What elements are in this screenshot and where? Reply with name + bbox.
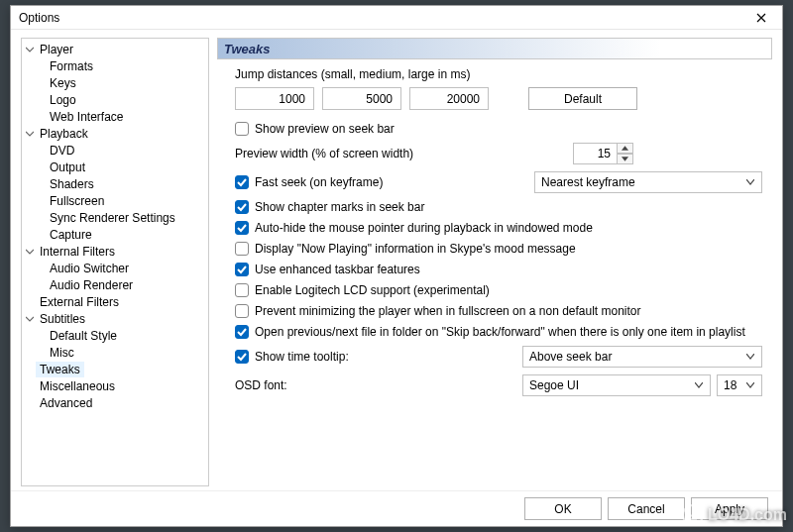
tree-item-external-filters[interactable]: External Filters bbox=[22, 293, 208, 310]
fast-seek-combo[interactable]: Nearest keyframe bbox=[534, 171, 762, 193]
show-preview-checkbox[interactable] bbox=[235, 122, 249, 136]
tree-item-label: Audio Renderer bbox=[46, 277, 137, 293]
preview-width-spinner[interactable] bbox=[573, 143, 633, 164]
taskbar-checkbox[interactable] bbox=[235, 263, 249, 276]
tree-arrow-icon bbox=[24, 397, 36, 409]
tree-item-formats[interactable]: Formats bbox=[22, 57, 208, 74]
open-prev-next-checkbox[interactable] bbox=[235, 325, 249, 339]
osd-font-size-combo[interactable]: 18 bbox=[717, 374, 762, 396]
fast-seek-combo-value: Nearest keyframe bbox=[541, 175, 743, 189]
tree-item-web-interface[interactable]: Web Interface bbox=[22, 108, 208, 125]
time-tooltip-label: Show time tooltip: bbox=[255, 350, 349, 364]
dialog-footer: OK Cancel Apply bbox=[11, 490, 782, 526]
jump-medium-input[interactable] bbox=[322, 87, 401, 110]
jump-large-input[interactable] bbox=[409, 87, 489, 110]
logitech-row[interactable]: Enable Logitech LCD support (experimenta… bbox=[235, 283, 762, 297]
close-icon bbox=[756, 13, 766, 23]
tree-item-advanced[interactable]: Advanced bbox=[22, 394, 208, 411]
chevron-down-icon bbox=[692, 382, 706, 388]
taskbar-row[interactable]: Use enhanced taskbar features bbox=[235, 263, 762, 276]
prevent-min-checkbox[interactable] bbox=[235, 304, 249, 318]
jump-small-input[interactable] bbox=[235, 87, 314, 110]
tree-item-output[interactable]: Output bbox=[22, 159, 208, 175]
tree-item-miscellaneous[interactable]: Miscellaneous bbox=[22, 377, 208, 394]
cancel-button[interactable]: Cancel bbox=[608, 497, 685, 520]
tree-item-label: DVD bbox=[46, 143, 78, 159]
tree-item-label: Miscellaneous bbox=[36, 378, 119, 394]
tree-item-subtitles[interactable]: Subtitles bbox=[22, 310, 208, 327]
apply-button[interactable]: Apply bbox=[691, 497, 768, 520]
dialog-body: PlayerFormatsKeysLogoWeb InterfacePlayba… bbox=[11, 30, 782, 490]
tree-item-label: Sync Renderer Settings bbox=[46, 210, 179, 226]
chevron-down-icon bbox=[743, 179, 757, 185]
tree-item-internal-filters[interactable]: Internal Filters bbox=[22, 243, 208, 260]
tree-arrow-icon bbox=[24, 380, 36, 392]
time-tooltip-chk-row[interactable]: Show time tooltip: bbox=[235, 350, 433, 364]
tree-item-label: Player bbox=[36, 42, 77, 57]
time-tooltip-checkbox[interactable] bbox=[235, 350, 249, 364]
chapter-marks-checkbox[interactable] bbox=[235, 200, 249, 214]
tree-item-label: Web Interface bbox=[46, 109, 127, 125]
fast-seek-label: Fast seek (on keyframe) bbox=[255, 175, 383, 189]
chevron-up-icon bbox=[622, 146, 628, 151]
open-prev-next-row[interactable]: Open previous/next file in folder on "Sk… bbox=[235, 325, 762, 339]
time-tooltip-combo[interactable]: Above seek bar bbox=[522, 346, 762, 368]
main-panel: Tweaks Jump distances (small, medium, la… bbox=[217, 38, 772, 486]
tree-item-playback[interactable]: Playback bbox=[22, 125, 208, 142]
preview-width-row: Preview width (% of screen width) bbox=[235, 143, 762, 164]
tree-item-label: Subtitles bbox=[36, 311, 89, 327]
options-tree[interactable]: PlayerFormatsKeysLogoWeb InterfacePlayba… bbox=[21, 38, 209, 486]
tree-item-label: Keys bbox=[46, 75, 80, 91]
spinner-up-button[interactable] bbox=[618, 143, 633, 154]
taskbar-label: Use enhanced taskbar features bbox=[255, 263, 420, 276]
jump-default-button[interactable]: Default bbox=[528, 87, 637, 110]
options-window: Options PlayerFormatsKeysLogoWeb Interfa… bbox=[10, 5, 783, 527]
fast-seek-checkbox[interactable] bbox=[235, 175, 249, 189]
osd-font-size-value: 18 bbox=[724, 378, 743, 392]
tree-item-default-style[interactable]: Default Style bbox=[22, 327, 208, 344]
show-preview-row[interactable]: Show preview on seek bar bbox=[235, 122, 762, 136]
open-prev-next-label: Open previous/next file in folder on "Sk… bbox=[255, 325, 745, 339]
tree-item-label: Default Style bbox=[46, 328, 121, 344]
osd-font-combo[interactable]: Segoe UI bbox=[522, 374, 711, 396]
tree-item-logo[interactable]: Logo bbox=[22, 91, 208, 108]
osd-font-row: OSD font: Segoe UI 18 bbox=[235, 374, 762, 396]
tree-item-keys[interactable]: Keys bbox=[22, 74, 208, 91]
autohide-label: Auto-hide the mouse pointer during playb… bbox=[255, 221, 593, 235]
tree-item-audio-renderer[interactable]: Audio Renderer bbox=[22, 276, 208, 293]
tree-item-capture[interactable]: Capture bbox=[22, 226, 208, 243]
tree-item-label: Tweaks bbox=[36, 362, 84, 377]
tree-item-shaders[interactable]: Shaders bbox=[22, 175, 208, 192]
logitech-checkbox[interactable] bbox=[235, 283, 249, 297]
fast-seek-chk-row[interactable]: Fast seek (on keyframe) bbox=[235, 175, 534, 189]
spinner-down-button[interactable] bbox=[618, 154, 633, 164]
chapter-marks-label: Show chapter marks in seek bar bbox=[255, 200, 424, 214]
ok-button[interactable]: OK bbox=[524, 497, 602, 520]
tree-item-tweaks[interactable]: Tweaks bbox=[22, 361, 208, 377]
tree-item-label: Playback bbox=[36, 126, 92, 142]
close-button[interactable] bbox=[746, 8, 776, 28]
autohide-checkbox[interactable] bbox=[235, 221, 249, 235]
chapter-marks-row[interactable]: Show chapter marks in seek bar bbox=[235, 200, 762, 214]
panel-title: Tweaks bbox=[217, 38, 772, 59]
tree-item-label: Shaders bbox=[46, 176, 98, 192]
prevent-min-label: Prevent minimizing the player when in fu… bbox=[255, 304, 641, 318]
tree-item-player[interactable]: Player bbox=[22, 41, 208, 57]
tree-item-label: Fullscreen bbox=[46, 193, 108, 209]
autohide-row[interactable]: Auto-hide the mouse pointer during playb… bbox=[235, 221, 762, 235]
tree-item-label: Output bbox=[46, 160, 89, 175]
tree-item-misc[interactable]: Misc bbox=[22, 344, 208, 361]
tree-arrow-icon bbox=[24, 44, 36, 55]
preview-width-input[interactable] bbox=[573, 143, 618, 164]
tree-arrow-icon bbox=[24, 246, 36, 258]
tree-arrow-icon bbox=[24, 364, 36, 375]
tree-item-dvd[interactable]: DVD bbox=[22, 142, 208, 159]
tree-item-audio-switcher[interactable]: Audio Switcher bbox=[22, 260, 208, 276]
nowplaying-checkbox[interactable] bbox=[235, 242, 249, 256]
nowplaying-row[interactable]: Display "Now Playing" information in Sky… bbox=[235, 242, 762, 256]
tree-item-label: Misc bbox=[46, 345, 78, 361]
prevent-min-row[interactable]: Prevent minimizing the player when in fu… bbox=[235, 304, 762, 318]
tree-item-fullscreen[interactable]: Fullscreen bbox=[22, 192, 208, 209]
titlebar: Options bbox=[11, 6, 782, 30]
tree-item-sync-renderer-settings[interactable]: Sync Renderer Settings bbox=[22, 209, 208, 226]
